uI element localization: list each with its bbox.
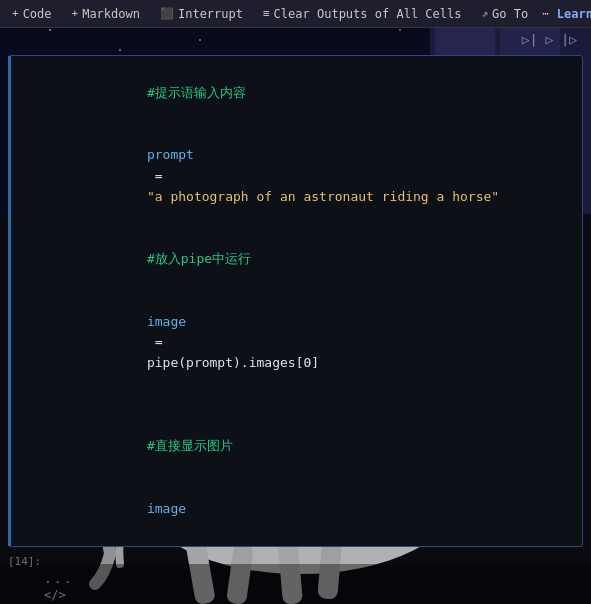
add-code-button[interactable]: + Code <box>6 5 58 23</box>
cell-label-row: [14]: <box>0 553 591 570</box>
code-editor[interactable]: #提示语输入内容 prompt = "a photograph of an as… <box>45 56 582 546</box>
string-val: "a photograph of an astronaut riding a h… <box>147 189 499 204</box>
comment-1: #提示语输入内容 <box>147 85 246 100</box>
main-area: + Code + Markdown ⬛ Interrupt ≡ Clear Ou… <box>0 0 591 604</box>
assign-op-2: = <box>147 334 170 349</box>
pipe-call: pipe(prompt).images[0] <box>147 355 319 370</box>
run-below-icon[interactable]: |▷ <box>561 32 577 47</box>
var-prompt: prompt <box>147 147 194 162</box>
assign-op: = <box>147 168 170 183</box>
more-icon: ⋯ <box>542 7 549 20</box>
code-cell[interactable]: #提示语输入内容 prompt = "a photograph of an as… <box>8 55 583 547</box>
code-panel: + Code + Markdown ⬛ Interrupt ≡ Clear Ou… <box>0 0 591 604</box>
cell-indicator <box>8 56 11 546</box>
code-line-7: image <box>53 478 574 540</box>
code-label: Code <box>23 7 52 21</box>
code-line-2: prompt = "a photograph of an astronaut r… <box>53 124 574 228</box>
goto-icon: ⇗ <box>481 7 488 20</box>
interrupt-label: Interrupt <box>178 7 243 21</box>
goto-button[interactable]: ⇗ Go To <box>475 5 534 23</box>
interrupt-button[interactable]: ⬛ Interrupt <box>154 5 249 23</box>
code-line-6: #直接显示图片 <box>53 416 574 478</box>
var-image-2: image <box>147 501 186 516</box>
var-image: image <box>147 314 186 329</box>
plus-icon-md: + <box>72 7 79 20</box>
plus-icon: + <box>12 7 19 20</box>
comment-2: #放入pipe中运行 <box>147 251 251 266</box>
output-dots: ... <box>44 571 73 586</box>
cell-inner: #提示语输入内容 prompt = "a photograph of an as… <box>9 56 582 546</box>
output-icon-row: </> <box>0 587 591 604</box>
clear-outputs-button[interactable]: ≡ Clear Outputs of All Cells <box>257 5 467 23</box>
clear-outputs-label: Clear Outputs of All Cells <box>274 7 462 21</box>
add-markdown-button[interactable]: + Markdown <box>66 5 146 23</box>
code-line-5 <box>53 395 574 416</box>
notebook-toolbar: + Code + Markdown ⬛ Interrupt ≡ Clear Ou… <box>0 0 591 28</box>
toolbar-right: LearnPyto <box>557 7 591 21</box>
comment-3: #直接显示图片 <box>147 438 233 453</box>
clear-icon: ≡ <box>263 7 270 20</box>
run-above-icon[interactable]: ▷| <box>522 32 538 47</box>
cell-gutter <box>9 56 45 546</box>
goto-label: Go To <box>492 7 528 21</box>
brand-label: LearnPyto <box>557 7 591 21</box>
code-line-1: #提示语输入内容 <box>53 62 574 124</box>
run-icon[interactable]: ▷ <box>546 32 554 47</box>
code-output-icon: </> <box>44 588 66 602</box>
markdown-label: Markdown <box>82 7 140 21</box>
cell-execution-count: [14]: <box>8 555 44 568</box>
code-line-4: image = pipe(prompt).images[0] <box>53 291 574 395</box>
output-dots-row: ... <box>0 570 591 587</box>
more-button[interactable]: ⋯ <box>536 5 555 22</box>
interrupt-icon: ⬛ <box>160 7 174 20</box>
code-line-3: #放入pipe中运行 <box>53 228 574 290</box>
